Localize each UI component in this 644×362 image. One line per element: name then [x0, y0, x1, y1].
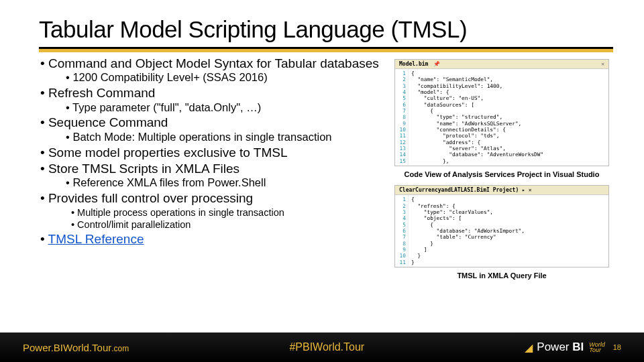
bullet-column: Command and Object Model Syntax for Tabu…	[39, 56, 394, 286]
footer-url-main: Power.BIWorld.Tour	[23, 342, 111, 353]
code2-lines: { "refresh": { "type": "clearValues", "o…	[409, 195, 608, 267]
bullet-3a: Batch Mode: Multiple operations in singl…	[64, 131, 394, 144]
brand-text: Power BI	[537, 341, 584, 354]
bullet-3-text: Sequence Command	[48, 115, 168, 129]
code1-tabbar: Model.bim 📌 ✕	[395, 60, 608, 69]
bullet-5: Store TMSL Scripts in XMLA Files Referen…	[39, 162, 394, 190]
code-column: Model.bim 📌 ✕ 123456789101112131415 { "n…	[394, 56, 609, 286]
slide-body: Command and Object Model Syntax for Tabu…	[39, 56, 613, 286]
footer-brand: ◢ Power BI World Tour 18	[525, 341, 621, 354]
bullet-6b: Control/limit parallelization	[70, 219, 394, 231]
code-box-1: Model.bim 📌 ✕ 123456789101112131415 { "n…	[394, 59, 609, 166]
world-tour-label: World Tour	[589, 342, 605, 353]
code1-tab-name: Model.bim	[399, 61, 428, 68]
code2-tab-name: ClearCurrencyandLATLASI.BimI Project) ▸ …	[399, 187, 531, 194]
bullet-1-text: Command and Object Model Syntax for Tabu…	[48, 56, 379, 70]
footer-url-suffix: .com	[111, 344, 129, 353]
code1-lines: { "name": "SemanticModel", "compatibilit…	[409, 69, 608, 166]
bullet-1: Command and Object Model Syntax for Tabu…	[39, 56, 394, 84]
page-number: 18	[613, 343, 621, 351]
bullet-6a: Multiple process operations in single tr…	[70, 206, 394, 219]
pin-icon: 📌	[433, 61, 440, 68]
slide: Tabular Model Scripting Language (TMSL) …	[0, 0, 644, 362]
bullet-1a: 1200 Compatibility Level+ (SSAS 2016)	[64, 71, 394, 84]
code2-caption: TMSL in XMLA Query File	[394, 272, 609, 280]
footer-url: Power.BIWorld.Tour.com	[23, 342, 129, 353]
code1-gutter: 123456789101112131415	[395, 69, 409, 166]
bullet-2-text: Refresh Command	[48, 86, 155, 100]
bullet-3: Sequence Command Batch Mode: Multiple op…	[39, 115, 394, 143]
slide-title: Tabular Model Scripting Language (TMSL)	[39, 16, 613, 43]
bullet-5-text: Store TMSL Scripts in XMLA Files	[48, 162, 239, 176]
bullet-7: TMSL Reference	[39, 232, 394, 247]
code1-caption: Code View of Analysis Services Project i…	[394, 170, 609, 178]
bullet-4: Some model properties exclusive to TMSL	[39, 145, 394, 160]
bullet-2: Refresh Command Type parameter ("full", …	[39, 86, 394, 114]
bullet-5a: Reference XMLA files from Power.Shell	[64, 176, 394, 190]
code2-tabbar: ClearCurrencyandLATLASI.BimI Project) ▸ …	[395, 186, 608, 195]
tmsl-reference-link[interactable]: TMSL Reference	[48, 232, 144, 246]
footer-hashtag: #PBIWorld.Tour	[129, 341, 525, 353]
bullet-6-text: Provides full control over processing	[48, 191, 253, 205]
close-icon: ✕	[601, 61, 604, 68]
code-box-2: ClearCurrencyandLATLASI.BimI Project) ▸ …	[394, 185, 609, 267]
footer: Power.BIWorld.Tour.com #PBIWorld.Tour ◢ …	[0, 333, 644, 362]
bullet-2a: Type parameter ("full", "data.Only", …)	[64, 101, 394, 115]
title-rule	[39, 47, 613, 52]
code2-gutter: 1234567891011	[395, 195, 409, 267]
bullet-6: Provides full control over processing Mu…	[39, 191, 394, 231]
powerbi-logo-icon: ◢	[525, 341, 533, 354]
